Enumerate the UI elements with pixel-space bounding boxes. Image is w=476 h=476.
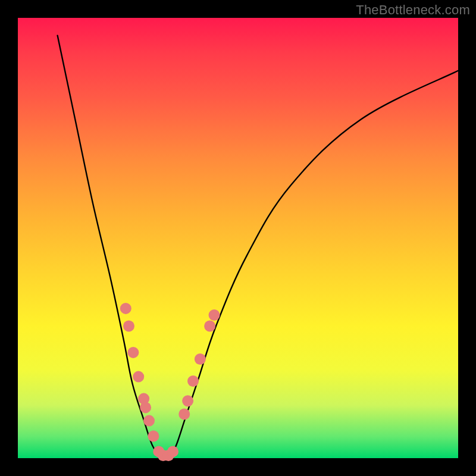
data-point	[127, 347, 139, 358]
data-point	[148, 431, 159, 442]
data-point	[120, 303, 131, 314]
chart-frame: TheBottleneck.com	[0, 0, 476, 476]
data-point	[182, 395, 193, 406]
chart-svg	[18, 18, 458, 458]
data-point	[143, 415, 155, 427]
data-point	[209, 309, 220, 321]
data-point	[140, 402, 151, 413]
data-point	[195, 353, 206, 365]
data-markers	[120, 303, 220, 461]
data-point	[133, 371, 144, 383]
watermark-label: TheBottleneck.com	[356, 2, 470, 18]
data-point	[123, 321, 134, 332]
data-point	[178, 409, 190, 420]
plot-area	[18, 18, 458, 458]
data-point	[167, 446, 178, 457]
data-point	[187, 375, 199, 387]
curve-right	[170, 71, 458, 458]
data-point	[204, 321, 215, 332]
